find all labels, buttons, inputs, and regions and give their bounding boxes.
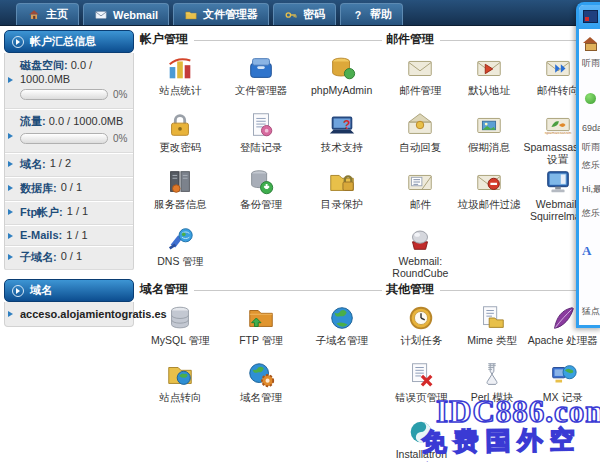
app-label: phpMyAdmin (311, 84, 372, 96)
arrow-bullet-icon (8, 233, 13, 239)
floating-chat-panel[interactable]: 听雨69da听雨悠乐Hi,最悠乐A猛点 (576, 2, 600, 328)
app-folder-globe[interactable]: 站点转向 (140, 360, 221, 417)
tab-label: 主页 (46, 7, 68, 22)
account-summary-header[interactable]: 帐户汇总信息 (4, 30, 134, 53)
envelope-icon (405, 53, 435, 83)
webmail-icon (94, 8, 108, 22)
chat-line: 听雨 (582, 141, 600, 154)
backup-icon (246, 167, 276, 197)
app-lock[interactable]: 更改密码 (140, 110, 221, 167)
feather-icon (548, 303, 578, 333)
spam-icon: spamassassin (543, 110, 573, 140)
app-folder-up[interactable]: FTP 管理 (221, 303, 302, 360)
tab-label: 文件管理器 (203, 7, 258, 22)
monitor-icon (543, 167, 573, 197)
app-label: 登陆记录 (240, 141, 282, 153)
stat-label: Ftp帐户: (20, 205, 63, 220)
usage-row: 流量: 0.0 / 1000.0MB0% (5, 109, 133, 153)
app-label: 默认地址 (468, 84, 510, 96)
top-navbar: 主页Webmail文件管理器密码?帮助 (0, 0, 600, 26)
app-label: 更改密码 (159, 141, 201, 153)
app-clock[interactable]: 计划任务 (386, 303, 457, 360)
app-backup[interactable]: 备份管理 (221, 167, 302, 224)
app-label: 邮件 (410, 198, 431, 210)
app-filebox[interactable]: 文件管理器 (221, 53, 302, 110)
app-server[interactable]: 服务器信息 (140, 167, 221, 224)
chat-line: 悠乐 (582, 159, 600, 172)
account-summary-title: 帐户汇总信息 (30, 34, 96, 49)
filebox-icon (246, 53, 276, 83)
app-label: 域名管理 (240, 391, 282, 403)
app-envelope-arrow[interactable]: 默认地址 (455, 53, 524, 110)
section-title: 其他管理 (386, 281, 434, 298)
navbar-tabs: 主页Webmail文件管理器密码?帮助 (16, 3, 407, 25)
app-envelope-lines[interactable]: 邮件 (386, 167, 455, 224)
tab-key[interactable]: 密码 (273, 3, 336, 25)
mini-window-icon (583, 10, 598, 23)
app-label: 邮件转向 (537, 84, 579, 96)
folder-lock-icon (327, 167, 357, 197)
app-label: Webmail: RoundCube (386, 255, 455, 279)
arrow-bullet-icon (8, 161, 13, 167)
error-page-icon (406, 360, 436, 390)
section-rule (194, 290, 382, 291)
arrow-bullet-icon (8, 185, 13, 191)
support-icon: ? (327, 110, 357, 140)
folder-globe-icon (165, 360, 195, 390)
app-dns[interactable]: DNS 管理 (140, 224, 221, 281)
app-envelope[interactable]: 邮件管理 (386, 53, 455, 110)
envelope-forward-icon (543, 53, 573, 83)
account-summary-body: 磁盘空间: 0.0 / 1000.0MB0%流量: 0.0 / 1000.0MB… (4, 53, 134, 271)
clock-icon (406, 303, 436, 333)
flask-icon (477, 360, 507, 390)
domains-title: 域名 (30, 283, 52, 298)
usage-label: 磁盘空间: (20, 59, 68, 71)
app-envelope-photo[interactable]: 假期消息 (455, 110, 524, 167)
tab-label: 帮助 (370, 7, 392, 22)
mime-icon (477, 303, 507, 333)
tab-home[interactable]: 主页 (16, 3, 79, 25)
app-roundcube[interactable]: Webmail: RoundCube (386, 224, 455, 281)
app-label: 子域名管理 (315, 334, 368, 346)
arrow-bullet-icon (8, 311, 13, 317)
app-mime[interactable]: Mime 类型 (457, 303, 528, 360)
app-label: FTP 管理 (239, 334, 283, 346)
server-icon (165, 167, 195, 197)
section-2: 域名管理MySQL 管理FTP 管理子域名管理站点转向域名管理 (140, 281, 382, 417)
tab-help[interactable]: ?帮助 (340, 3, 403, 25)
tab-webmail[interactable]: Webmail (83, 3, 169, 25)
app-globe-gear[interactable]: 域名管理 (221, 360, 302, 417)
svg-text:?: ? (343, 118, 350, 132)
section-rule (194, 40, 382, 41)
usage-value: 0.0 / 1000.0MB (49, 115, 124, 127)
domains-header[interactable]: 域名 (4, 279, 134, 302)
help-icon: ? (351, 8, 365, 22)
stats-icon (165, 53, 195, 83)
app-log[interactable]: 登陆记录 (221, 110, 302, 167)
tab-label: Webmail (113, 9, 158, 21)
tab-filemanager[interactable]: 文件管理器 (173, 3, 269, 25)
stats-list: 域名:1 / 2数据库:0 / 1Ftp帐户:1 / 1E-Mails:1 / … (5, 153, 133, 270)
domain-item[interactable]: acceso.alojamientogratis.es (5, 302, 133, 326)
usage-label: 流量: (20, 115, 46, 127)
app-mysql[interactable]: MySQL 管理 (140, 303, 221, 360)
app-support[interactable]: ?技术支持 (301, 110, 382, 167)
section-title: 域名管理 (140, 281, 188, 298)
stat-value: 1 / 1 (66, 229, 87, 241)
app-envelope-open[interactable]: 自动回复 (386, 110, 455, 167)
icon-grid: 邮件管理默认地址邮件转向自动回复假期消息spamassassinSpamassa… (386, 53, 592, 281)
app-globe[interactable]: 子域名管理 (301, 303, 382, 360)
arrow-bullet-icon (8, 133, 13, 139)
app-envelope-block[interactable]: 垃圾邮件过滤 (455, 167, 524, 224)
app-stats[interactable]: 站点统计 (140, 53, 221, 110)
app-folder-lock[interactable]: 目录保护 (301, 167, 382, 224)
chat-line: Hi,最 (582, 183, 600, 196)
app-label: 邮件管理 (399, 84, 441, 96)
stat-row: Ftp帐户:1 / 1 (5, 201, 133, 225)
lock-icon (165, 110, 195, 140)
stat-value: 0 / 1 (61, 181, 82, 196)
control-panel-page: 主页Webmail文件管理器密码?帮助 帐户汇总信息 磁盘空间: 0.0 / 1… (0, 0, 600, 462)
envelope-block-icon (474, 167, 504, 197)
stat-row: 子域名:0 / 1 (5, 246, 133, 270)
app-database[interactable]: phpMyAdmin (301, 53, 382, 110)
